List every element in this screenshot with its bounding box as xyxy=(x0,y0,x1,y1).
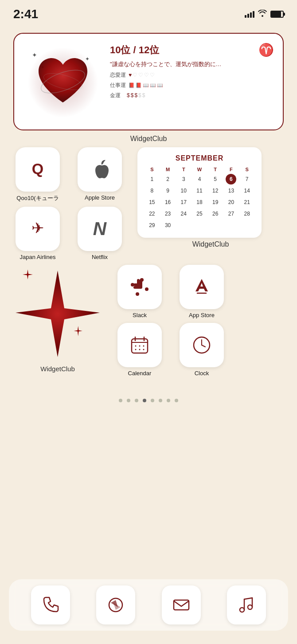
work-label: 仕事運 xyxy=(110,82,126,89)
cal-day[interactable]: 8 xyxy=(147,185,157,196)
safari-dock-item[interactable] xyxy=(96,585,135,624)
clock-app[interactable]: Clock xyxy=(173,323,231,377)
svg-text:Q: Q xyxy=(32,160,43,177)
cal-header-t: T xyxy=(176,166,191,173)
clock-label: Clock xyxy=(195,370,209,377)
page-dot-2[interactable] xyxy=(127,399,130,402)
page-dot-4-active[interactable] xyxy=(143,399,146,402)
status-icons xyxy=(245,10,284,19)
clock-logo xyxy=(190,334,213,357)
cal-day[interactable]: 1 xyxy=(147,174,157,185)
cal-day[interactable]: 29 xyxy=(147,220,157,231)
cal-day[interactable]: 28 xyxy=(242,208,252,219)
calendar-widget[interactable]: SEPTEMBER S M T W T F S 1 2 3 4 5 6 7 8 xyxy=(137,147,262,238)
cal-day[interactable]: 2 xyxy=(163,174,173,185)
svg-text:N: N xyxy=(93,218,107,239)
page-dot-8[interactable] xyxy=(175,399,178,402)
svg-rect-8 xyxy=(133,286,142,289)
apps-bottom-row: ✈ Japan Airlines N Netflix xyxy=(9,207,129,260)
netflix-icon[interactable]: N xyxy=(78,207,122,251)
cal-day[interactable]: 22 xyxy=(147,208,157,219)
cal-day[interactable]: 30 xyxy=(163,220,173,231)
mail-dock-item[interactable] xyxy=(162,585,201,624)
page-dot-6[interactable] xyxy=(159,399,162,402)
svg-point-35 xyxy=(248,605,252,609)
slack-app[interactable]: Slack xyxy=(111,265,168,318)
page-dot-7[interactable] xyxy=(167,399,170,402)
cal-day[interactable]: 16 xyxy=(163,197,173,208)
money-fortune-row: 金運 $$$$$ xyxy=(110,92,274,99)
cal-day[interactable]: 4 xyxy=(194,174,205,185)
cal-day[interactable]: 24 xyxy=(178,208,189,219)
fortune-info: 10位 / 12位 ♈ "謙虚な心を持つことで、運気が指数的に… 恋愛運 ♥♡♡… xyxy=(110,43,274,99)
cal-day[interactable]: 13 xyxy=(226,185,236,196)
svg-point-23 xyxy=(143,349,145,350)
love-label: 恋愛運 xyxy=(110,71,126,79)
svg-line-26 xyxy=(202,345,205,347)
calendar-grid: S M T W T F S 1 2 3 4 5 6 7 8 9 10 11 xyxy=(145,166,254,231)
cal-day[interactable]: 11 xyxy=(194,185,205,196)
cal-header-s: S xyxy=(145,166,160,173)
cal-day[interactable]: 14 xyxy=(242,185,252,196)
apps-right-top-row: Slack App Store xyxy=(111,265,231,318)
page-dot-1[interactable] xyxy=(119,399,122,402)
svg-point-20 xyxy=(143,346,145,347)
clock-icon[interactable] xyxy=(180,323,224,367)
japan-airlines-app[interactable]: ✈ Japan Airlines xyxy=(9,207,66,260)
apps-top-row: Q Qoo10(キューラ Apple Store xyxy=(9,147,129,202)
qoo10-logo: Q xyxy=(25,157,50,182)
cal-day[interactable]: 17 xyxy=(178,197,189,208)
page-dot-5[interactable] xyxy=(151,399,154,402)
cal-day[interactable]: 20 xyxy=(226,197,236,208)
status-bar: 2:41 xyxy=(0,0,297,24)
qoo10-app[interactable]: Q Qoo10(キューラ xyxy=(9,147,66,202)
cal-day[interactable]: 9 xyxy=(163,185,173,196)
netflix-logo: N xyxy=(87,216,112,241)
fortune-widget-label: WidgetClub xyxy=(0,135,297,143)
mail-icon xyxy=(171,595,191,615)
fortune-widget[interactable]: ✦ ✦ ✦ 10位 / 12位 ♈ "謙虚な心を持つことで、運気が指数的に… 恋… xyxy=(13,33,284,130)
cal-day[interactable]: 19 xyxy=(210,197,221,208)
cal-day[interactable]: 25 xyxy=(194,208,205,219)
apple-store-icon[interactable] xyxy=(78,147,122,192)
netflix-app[interactable]: N Netflix xyxy=(71,207,129,260)
money-label: 金運 xyxy=(110,92,124,99)
cal-day[interactable]: 26 xyxy=(210,208,221,219)
status-time: 2:41 xyxy=(13,7,38,21)
cal-day[interactable]: 3 xyxy=(178,174,189,185)
japan-airlines-icon[interactable]: ✈ xyxy=(16,207,60,251)
apple-logo xyxy=(87,157,112,182)
cal-day[interactable]: 5 xyxy=(210,174,221,185)
cal-day[interactable]: 10 xyxy=(178,185,189,196)
cal-day[interactable]: 12 xyxy=(210,185,221,196)
cal-day[interactable]: 21 xyxy=(242,197,252,208)
calendar-icon[interactable] xyxy=(117,323,162,367)
cal-day[interactable]: 15 xyxy=(147,197,157,208)
plane-icon: ✈ xyxy=(25,216,50,241)
cal-header-s2: S xyxy=(239,166,254,173)
cal-day[interactable]: 18 xyxy=(194,197,205,208)
work-icons: 📕📕📖📖📖 xyxy=(129,82,163,88)
cal-day-today[interactable]: 6 xyxy=(226,174,236,185)
phone-icon xyxy=(40,595,61,615)
slack-icon[interactable] xyxy=(117,265,162,309)
safari-icon xyxy=(106,595,126,615)
cal-day[interactable]: 7 xyxy=(242,174,252,185)
app-store-app[interactable]: App Store xyxy=(173,265,231,318)
calendar-logo xyxy=(128,334,151,357)
apple-store-app[interactable]: Apple Store xyxy=(71,147,129,202)
app-store-icon[interactable] xyxy=(180,265,224,309)
apps-right-bottom-row: Calendar Clock xyxy=(111,323,231,377)
music-dock-item[interactable] xyxy=(227,585,266,624)
svg-point-22 xyxy=(139,349,141,350)
phone-dock-item[interactable] xyxy=(31,585,70,624)
apps-right-grid: Slack App Store xyxy=(111,265,231,377)
apps-left-column: Q Qoo10(キューラ Apple Store ✈ xyxy=(9,147,129,260)
svg-rect-30 xyxy=(174,600,189,610)
calendar-app[interactable]: Calendar xyxy=(111,323,168,377)
cal-day[interactable]: 23 xyxy=(163,208,173,219)
page-dot-3[interactable] xyxy=(135,399,138,402)
qoo10-icon[interactable]: Q xyxy=(16,147,60,192)
calendar-label: Calendar xyxy=(128,370,152,377)
cal-day[interactable]: 27 xyxy=(226,208,236,219)
